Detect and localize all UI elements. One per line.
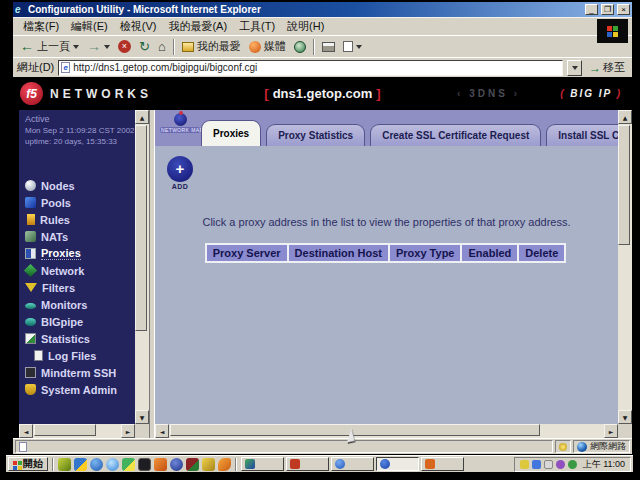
sidebar-item-statistics[interactable]: Statistics <box>25 330 135 347</box>
scroll-left-button[interactable] <box>155 424 169 438</box>
go-button[interactable]: 移至 <box>586 60 628 75</box>
sidebar-item-label: BIGpipe <box>41 316 83 328</box>
edit-button[interactable] <box>340 40 365 53</box>
sidebar-item-filters[interactable]: Filters <box>25 279 135 296</box>
scroll-left-button[interactable] <box>19 424 33 438</box>
nats-icon <box>25 231 36 242</box>
quicklaunch-icon-2[interactable] <box>74 458 87 471</box>
scroll-up-button[interactable] <box>135 110 149 124</box>
start-label: 開始 <box>23 457 43 471</box>
history-icon <box>294 41 306 53</box>
menu-item-tools[interactable]: 工具(T) <box>233 18 281 35</box>
scroll-thumb[interactable] <box>135 125 147 331</box>
sidebar-item-proxies[interactable]: Proxies <box>25 245 135 262</box>
pools-icon <box>25 197 36 208</box>
quicklaunch-icon-5[interactable] <box>122 458 135 471</box>
taskbar-task-button-ie-active[interactable] <box>376 457 419 471</box>
scroll-right-button[interactable] <box>121 424 135 438</box>
taskbar-task-button-1[interactable] <box>241 457 284 471</box>
sidebar-item-nodes[interactable]: Nodes <box>25 177 135 194</box>
network-map-icon <box>174 113 187 126</box>
history-button[interactable] <box>291 40 309 54</box>
sidebar-item-nats[interactable]: NATs <box>25 228 135 245</box>
scroll-track[interactable] <box>169 424 604 438</box>
home-button[interactable] <box>155 40 169 54</box>
tray-icon-5[interactable] <box>568 460 577 469</box>
status-message-pane <box>15 440 553 453</box>
sidebar-item-monitors[interactable]: Monitors <box>25 296 135 313</box>
maximize-button[interactable]: ❐ <box>601 4 614 15</box>
sidebar-item-rules[interactable]: Rules <box>25 211 135 228</box>
sidebar-item-label: Proxies <box>41 247 81 260</box>
content-horizontal-scrollbar[interactable] <box>155 424 618 438</box>
sidebar-item-bigpipe[interactable]: BIGpipe <box>25 313 135 330</box>
close-button[interactable]: × <box>617 4 630 15</box>
content-vertical-scrollbar[interactable] <box>618 110 632 424</box>
sidebar-item-network[interactable]: Network <box>25 262 135 279</box>
quicklaunch-icon-9[interactable] <box>186 458 199 471</box>
scroll-track[interactable] <box>33 424 121 438</box>
menu-item-edit[interactable]: 編輯(E) <box>65 18 114 35</box>
network-map-button[interactable]: NETWORK MAP <box>160 113 200 133</box>
quicklaunch-icon-11[interactable] <box>218 458 231 471</box>
tray-icon-1[interactable] <box>520 460 529 469</box>
sidebar-horizontal-scrollbar[interactable] <box>19 424 135 438</box>
back-button[interactable]: 上一頁 <box>17 38 82 55</box>
hostname-text: dns1.getop.com <box>273 86 373 101</box>
scroll-track[interactable] <box>618 124 632 410</box>
tab-proxy-statistics[interactable]: Proxy Statistics <box>266 124 365 146</box>
clock: 上午 11:00 <box>583 458 625 471</box>
quicklaunch-icon-8[interactable] <box>170 458 183 471</box>
menu-item-favorites[interactable]: 我的最愛(A) <box>162 18 233 35</box>
scroll-down-button[interactable] <box>618 410 632 424</box>
stop-button[interactable] <box>115 39 134 54</box>
scroll-down-button[interactable] <box>135 410 149 424</box>
quicklaunch-icon-10[interactable] <box>202 458 215 471</box>
scroll-up-button[interactable] <box>618 110 632 124</box>
quicklaunch-icon-1[interactable] <box>58 458 71 471</box>
quicklaunch-icon-6[interactable] <box>138 458 151 471</box>
favorites-button[interactable]: 我的最愛 <box>179 38 244 55</box>
quick-launch <box>58 458 231 471</box>
system-tray: 上午 11:00 <box>514 457 631 472</box>
sidebar-item-log-files[interactable]: Log Files <box>31 347 135 364</box>
tray-icon-3[interactable] <box>544 460 553 469</box>
tray-icon-4[interactable] <box>556 460 565 469</box>
menu-item-file[interactable]: 檔案(F) <box>17 18 65 35</box>
scroll-right-button[interactable] <box>604 424 618 438</box>
taskbar-task-button-2[interactable] <box>286 457 329 471</box>
sidebar-item-pools[interactable]: Pools <box>25 194 135 211</box>
scroll-thumb[interactable] <box>618 125 630 245</box>
column-delete: Delete <box>517 243 566 263</box>
refresh-button[interactable] <box>136 40 153 54</box>
tab-install-ssl-certificate[interactable]: Install SSL Certif <box>546 124 618 146</box>
scroll-track[interactable] <box>135 124 149 410</box>
address-input[interactable]: http://dns1.getop.com/bigipgui/bigconf.c… <box>58 60 563 76</box>
media-button[interactable]: 媒體 <box>246 38 289 55</box>
hostname: [ dns1.getop.com ] <box>264 86 380 101</box>
add-button[interactable]: ADD <box>167 156 193 190</box>
quicklaunch-icon-4[interactable] <box>106 458 119 471</box>
forward-button[interactable] <box>84 39 113 54</box>
toolbar: 上一頁 我的最愛 媒體 <box>13 35 632 57</box>
tab-proxies[interactable]: Proxies <box>201 120 261 146</box>
tray-icon-2[interactable] <box>532 460 541 469</box>
sidebar-vertical-scrollbar[interactable] <box>135 110 149 424</box>
address-url: http://dns1.getop.com/bigipgui/bigconf.c… <box>73 62 257 73</box>
menu-item-view[interactable]: 檢視(V) <box>114 18 163 35</box>
scroll-thumb[interactable] <box>34 424 96 436</box>
address-dropdown[interactable] <box>567 60 582 76</box>
title-bar[interactable]: Configuration Utility - Microsoft Intern… <box>13 2 632 17</box>
menu-item-help[interactable]: 說明(H) <box>281 18 330 35</box>
minimize-button[interactable]: _ <box>585 4 598 15</box>
media-icon <box>249 41 261 53</box>
taskbar-task-button-3[interactable] <box>331 457 374 471</box>
sidebar-item-system-admin[interactable]: System Admin <box>25 381 135 398</box>
quicklaunch-icon-3[interactable] <box>90 458 103 471</box>
print-button[interactable] <box>319 41 338 53</box>
start-button[interactable]: 開始 <box>8 457 48 471</box>
sidebar-item-mindterm-ssh[interactable]: Mindterm SSH <box>25 364 135 381</box>
quicklaunch-icon-7[interactable] <box>154 458 167 471</box>
tab-create-ssl-certificate-request[interactable]: Create SSL Certificate Request <box>370 124 541 146</box>
taskbar-task-button-5[interactable] <box>421 457 464 471</box>
